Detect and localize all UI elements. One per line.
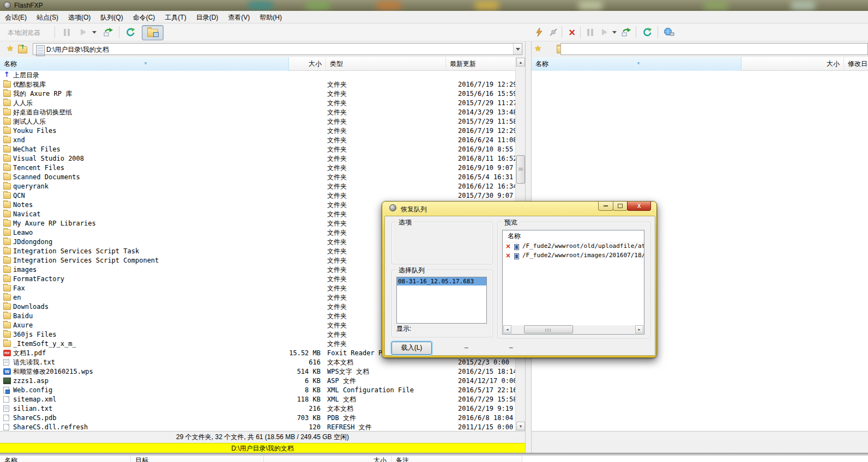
file-row[interactable]: 请先读我.txt616文本文档2015/2/3 0:00 <box>0 358 515 367</box>
column-header-modified-label: 最新更新 <box>450 60 476 68</box>
transfer-button-remote[interactable] <box>618 25 634 39</box>
menu-item-6[interactable]: 目录(D) <box>191 11 224 23</box>
scrollbar-thumb[interactable] <box>516 155 525 184</box>
file-row[interactable]: WeChat Files文件夹2016/9/10 8:55 <box>0 145 515 154</box>
file-row[interactable]: 和顺堂修改20160215.wps514 KBWPS文字 文档2016/2/15… <box>0 367 515 376</box>
column-header-modified[interactable]: 最新更新 <box>446 57 515 71</box>
file-row[interactable]: silian.txt216文本文档2016/2/19 9:19 <box>0 404 515 414</box>
start-queue-dropdown[interactable] <box>91 25 98 39</box>
menu-item-0[interactable]: 会话(E) <box>0 11 32 23</box>
file-row[interactable]: Web.config8 KBXML Configuration File2016… <box>0 386 515 395</box>
scroll-left-button[interactable]: ◄ <box>503 325 511 333</box>
load-button[interactable]: 载入(L) <box>391 342 432 355</box>
file-row[interactable]: Youku Files文件夹2016/7/19 12:29 <box>0 126 515 136</box>
maximize-icon <box>618 204 623 208</box>
pause-queue-button[interactable] <box>60 25 73 39</box>
menu-item-5[interactable]: 工具(T) <box>160 11 191 23</box>
column-header-type[interactable]: 类型 <box>326 57 446 71</box>
folder-up-icon[interactable]: ↑ <box>18 46 27 53</box>
xml-icon <box>3 396 9 403</box>
minimize-icon <box>604 205 608 206</box>
column-header-name-label: 名称 <box>4 60 17 68</box>
hscrollbar-thumb[interactable] <box>524 325 573 333</box>
queue-listbox[interactable]: 08-31-16_12.05.17.683 <box>396 277 487 324</box>
column-header-size[interactable]: 大小 <box>289 57 326 71</box>
abort-button[interactable]: × <box>565 25 579 39</box>
file-row[interactable]: Visual Studio 2008文件夹2016/8/11 16:52 <box>0 154 515 163</box>
remove-item-icon[interactable]: × <box>505 252 511 259</box>
file-row[interactable]: Scanned Documents文件夹2016/5/4 16:31 <box>0 173 515 182</box>
queue-column-name[interactable]: 名称 <box>0 455 131 462</box>
refresh-button-remote[interactable] <box>639 25 655 39</box>
queue-file-item[interactable]: 08-31-16_12.05.17.683 <box>397 277 486 285</box>
start-queue-dropdown-remote[interactable] <box>611 25 618 39</box>
menu-item-3[interactable]: 队列(Q) <box>95 11 128 23</box>
preview-hscrollbar[interactable]: ◄ ► <box>503 325 643 333</box>
menu-item-1[interactable]: 站点(S) <box>32 11 63 23</box>
file-row[interactable]: ShareCS.dll.refresh120REFRESH 文件2011/1/1… <box>0 423 515 431</box>
preview-row[interactable]: ×/F_fude2/wwwroot/old/uploadfile/att <box>503 242 644 252</box>
file-row[interactable]: xnd文件夹2016/6/24 11:08 <box>0 136 515 145</box>
menu-item-2[interactable]: 选项(O) <box>63 11 95 23</box>
column-header-modified-label: 修改日期 <box>848 60 868 68</box>
file-name: Notes <box>13 200 33 210</box>
transfer-button[interactable] <box>100 25 116 39</box>
remote-browser-button[interactable] <box>661 25 677 39</box>
quick-connect-button[interactable] <box>532 25 546 39</box>
display-label: 显示: <box>396 324 411 333</box>
file-row[interactable]: 上层目录 <box>0 71 515 80</box>
preview-column-name[interactable]: 名称 <box>503 230 644 242</box>
queue-column-size[interactable]: 大小 <box>264 455 391 462</box>
placeholder-dash-left: – <box>465 344 468 351</box>
menu-item-4[interactable]: 命令(C) <box>128 11 160 23</box>
minimize-button[interactable] <box>598 202 613 211</box>
disconnect-button[interactable] <box>546 25 560 39</box>
scroll-down-button[interactable]: ▼ <box>516 422 525 430</box>
column-header-name-remote[interactable]: 名称 ▼ <box>532 57 742 71</box>
file-row[interactable]: sitemap.xml118 KBXML 文档2016/7/29 15:58 <box>0 395 515 404</box>
right-list-header: 名称 ▼ 大小 修改日期 <box>532 57 868 71</box>
file-row[interactable]: Tencent Files文件夹2016/9/10 9:07 <box>0 163 515 173</box>
file-date: 2015/2/3 0:00 <box>458 358 509 367</box>
remove-item-icon[interactable]: × <box>505 242 511 250</box>
file-row[interactable]: 测试人人乐文件夹2015/7/29 11:58 <box>0 117 515 126</box>
queue-column-target[interactable]: 目标 <box>131 455 264 462</box>
close-button[interactable]: X <box>627 202 651 211</box>
menu-item-7[interactable]: 查看(V) <box>223 11 255 23</box>
preview-group: 预览 名称 ×/F_fude2/wwwroot/old/uploadfile/a… <box>497 222 650 338</box>
file-date: 2016/6/12 16:34 <box>458 182 515 191</box>
start-queue-button-remote[interactable] <box>599 25 611 39</box>
queued-file-icon <box>514 253 519 259</box>
column-header-size-remote[interactable]: 大小 <box>742 57 844 71</box>
favorites-star-icon[interactable]: ★ <box>7 44 14 53</box>
column-header-name[interactable]: 名称 ▼ <box>0 57 289 71</box>
column-header-modified-remote[interactable]: 修改日期 <box>844 57 868 71</box>
scroll-right-button[interactable]: ► <box>635 325 643 333</box>
scroll-up-button[interactable]: ▲ <box>516 58 525 66</box>
file-row[interactable]: 优酷影视库文件夹2016/7/19 12:29 <box>0 80 515 89</box>
file-row[interactable]: queryrank文件夹2016/6/12 16:34 <box>0 182 515 191</box>
favorites-star-icon-remote[interactable]: ★ <box>534 44 541 53</box>
maximize-button[interactable] <box>613 202 628 211</box>
menu-item-8[interactable]: 帮助(H) <box>255 11 287 23</box>
file-type: 文件夹 <box>327 99 457 108</box>
local-path-combobox[interactable]: D:\用户目录\我的文档 <box>33 43 522 55</box>
pause-queue-button-remote[interactable] <box>583 25 596 39</box>
sort-ascending-icon: ▼ <box>636 57 641 70</box>
file-row[interactable]: zzzs1.asp6 KBASP 文件2014/12/17 0:00 <box>0 376 515 386</box>
remote-path-combobox[interactable] <box>560 43 868 55</box>
file-row[interactable]: ShareCS.pdb703 KBPDB 文件2016/6/8 18:04 <box>0 414 515 423</box>
file-row[interactable]: 人人乐文件夹2015/7/29 11:27 <box>0 99 515 108</box>
folder-sync-toggle[interactable] <box>142 25 164 40</box>
queue-column-remark[interactable]: 备注 <box>391 455 522 462</box>
file-row[interactable]: 我的 Axure RP 库文件夹2015/6/16 15:59 <box>0 89 515 99</box>
refresh-button[interactable] <box>122 25 138 39</box>
local-browser-label: 本地浏览器 <box>8 28 40 38</box>
combobox-arrow[interactable] <box>513 44 522 54</box>
file-row[interactable]: 好桌道自动切换壁纸文件夹2014/3/29 13:48 <box>0 108 515 117</box>
options-group-label: 选项 <box>396 218 414 227</box>
file-row[interactable]: QCN文件夹2015/7/30 9:07 <box>0 191 515 200</box>
start-queue-button[interactable] <box>77 25 89 39</box>
sort-ascending-icon: ▼ <box>143 57 148 70</box>
preview-row[interactable]: ×/F_fude2/wwwroot/images/201607/18/1 <box>503 252 644 261</box>
